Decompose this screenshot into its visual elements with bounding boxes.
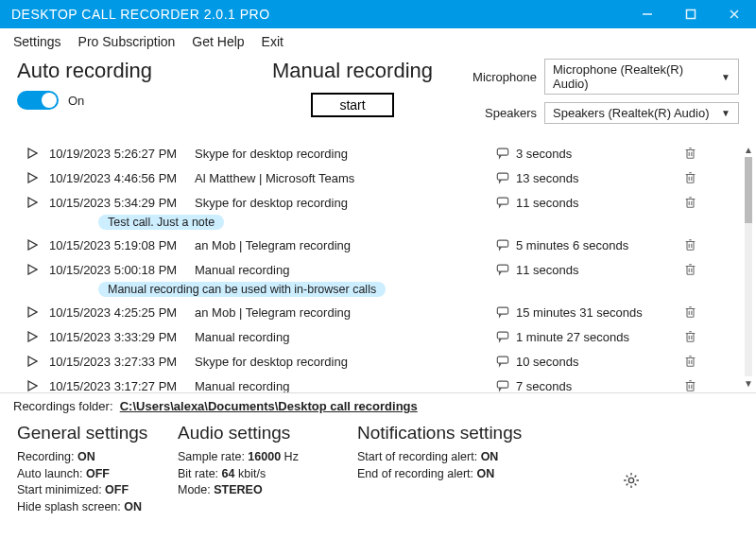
recording-duration: 10 seconds [516, 355, 677, 369]
svg-rect-33 [497, 265, 507, 271]
svg-marker-25 [28, 240, 37, 250]
recordings-folder-label: Recordings folder: [13, 399, 113, 413]
svg-rect-12 [497, 173, 507, 180]
comment-icon[interactable] [490, 330, 516, 343]
manual-recording-heading: Manual recording [253, 59, 452, 83]
recording-source: Manual recording [195, 263, 490, 277]
svg-rect-27 [687, 242, 694, 251]
comment-icon[interactable] [490, 171, 516, 184]
comment-icon[interactable] [490, 196, 516, 209]
svg-rect-19 [497, 198, 507, 204]
start-button[interactable]: start [311, 93, 393, 117]
comment-icon[interactable] [490, 238, 516, 252]
speakers-label: Speakers [461, 106, 544, 120]
auto-recording-state: On [68, 94, 84, 108]
trash-icon[interactable] [677, 305, 703, 319]
scroll-up-icon[interactable]: ▲ [744, 145, 753, 155]
svg-point-67 [628, 478, 633, 482]
setting-bit-rate: Bit rate: 64 kbit/s [178, 466, 357, 483]
svg-rect-1 [687, 10, 696, 19]
play-icon[interactable] [15, 306, 49, 318]
close-button[interactable] [713, 0, 756, 28]
setting-hide-splash: Hide splash screen: ON [17, 499, 178, 516]
svg-rect-48 [687, 334, 694, 342]
table-row[interactable]: 10/15/2023 5:34:29 PMSkype for desktop r… [15, 190, 737, 215]
recording-timestamp: 10/15/2023 3:27:33 PM [49, 355, 195, 369]
table-row[interactable]: 10/19/2023 4:46:56 PMAl Matthew | Micros… [15, 165, 737, 190]
comment-icon[interactable] [490, 305, 516, 319]
play-icon[interactable] [15, 264, 49, 275]
recording-source: an Mob | Telegram recording [195, 305, 490, 320]
scrollbar[interactable]: ▲ ▼ [743, 145, 754, 389]
svg-rect-40 [497, 307, 507, 314]
svg-rect-20 [687, 200, 694, 208]
comment-icon[interactable] [490, 263, 516, 276]
menu-pro-subscription[interactable]: Pro Subscription [78, 34, 176, 49]
speakers-value: Speakers (Realtek(R) Audio) [553, 106, 709, 120]
table-row[interactable]: 10/15/2023 3:27:33 PMSkype for desktop r… [15, 349, 737, 374]
recording-source: Manual recording [195, 379, 490, 393]
table-row[interactable]: 10/15/2023 3:17:27 PMManual recording7 s… [15, 374, 737, 392]
speakers-select[interactable]: Speakers (Realtek(R) Audio) ▼ [544, 102, 739, 124]
recording-duration: 5 minutes 6 seconds [516, 238, 677, 252]
play-icon[interactable] [15, 172, 49, 183]
table-row[interactable]: 10/15/2023 3:33:29 PMManual recording1 m… [15, 324, 737, 349]
svg-rect-54 [497, 356, 507, 363]
svg-rect-41 [687, 309, 694, 318]
table-row[interactable]: 10/19/2023 5:26:27 PMSkype for desktop r… [15, 141, 737, 165]
titlebar: DESKTOP CALL RECORDER 2.0.1 PRO [0, 0, 756, 28]
menubar: Settings Pro Subscription Get Help Exit [0, 28, 756, 55]
scroll-down-icon[interactable]: ▼ [744, 378, 753, 389]
svg-marker-11 [28, 173, 37, 183]
trash-icon[interactable] [677, 238, 703, 252]
trash-icon[interactable] [677, 330, 703, 343]
microphone-value: Microphone (Realtek(R) Audio) [553, 62, 721, 91]
table-row[interactable]: 10/15/2023 4:25:25 PMan Mob | Telegram r… [15, 300, 737, 324]
menu-get-help[interactable]: Get Help [192, 34, 244, 49]
trash-icon[interactable] [677, 147, 703, 160]
svg-rect-47 [497, 332, 507, 339]
table-row[interactable]: 10/15/2023 5:00:18 PMManual recording11 … [15, 257, 737, 282]
play-icon[interactable] [15, 239, 49, 251]
comment-icon[interactable] [490, 147, 516, 160]
menu-settings[interactable]: Settings [13, 34, 61, 49]
gear-icon[interactable] [622, 471, 641, 490]
recording-source: Skype for desktop recording [195, 355, 490, 369]
play-icon[interactable] [15, 356, 49, 367]
play-icon[interactable] [15, 197, 49, 208]
play-icon[interactable] [15, 331, 49, 342]
svg-rect-61 [497, 381, 507, 388]
scrollbar-track[interactable] [745, 157, 752, 376]
recording-timestamp: 10/19/2023 5:26:27 PM [49, 147, 195, 161]
recording-duration: 13 seconds [516, 171, 677, 185]
comment-icon[interactable] [490, 355, 516, 368]
menu-exit[interactable]: Exit [262, 34, 284, 49]
play-icon[interactable] [15, 380, 49, 391]
auto-recording-toggle[interactable] [17, 91, 59, 110]
recording-duration: 7 seconds [516, 379, 677, 393]
play-icon[interactable] [15, 148, 49, 159]
svg-marker-60 [28, 381, 37, 391]
recording-timestamp: 10/15/2023 5:19:08 PM [49, 238, 195, 252]
trash-icon[interactable] [677, 263, 703, 276]
recording-timestamp: 10/15/2023 3:17:27 PM [49, 379, 195, 393]
maximize-button[interactable] [669, 0, 713, 28]
trash-icon[interactable] [677, 379, 703, 392]
trash-icon[interactable] [677, 355, 703, 368]
setting-start-minimized: Start minimized: OFF [17, 482, 178, 499]
trash-icon[interactable] [677, 171, 703, 184]
recording-timestamp: 10/15/2023 5:00:18 PM [49, 263, 195, 277]
minimize-button[interactable] [626, 0, 669, 28]
svg-marker-53 [28, 356, 37, 366]
general-settings-heading: General settings [17, 423, 178, 443]
comment-icon[interactable] [490, 379, 516, 392]
scrollbar-thumb[interactable] [745, 157, 752, 223]
trash-icon[interactable] [677, 196, 703, 209]
microphone-select[interactable]: Microphone (Realtek(R) Audio) ▼ [544, 59, 739, 95]
table-row[interactable]: 10/15/2023 5:19:08 PMan Mob | Telegram r… [15, 233, 737, 257]
recordings-folder-path[interactable]: C:\Users\alexa\Documents\Desktop call re… [120, 399, 418, 413]
setting-end-alert: End of recording alert: ON [357, 466, 603, 483]
setting-auto-launch: Auto launch: OFF [17, 466, 178, 483]
recording-duration: 3 seconds [516, 147, 677, 161]
svg-marker-18 [28, 198, 37, 207]
